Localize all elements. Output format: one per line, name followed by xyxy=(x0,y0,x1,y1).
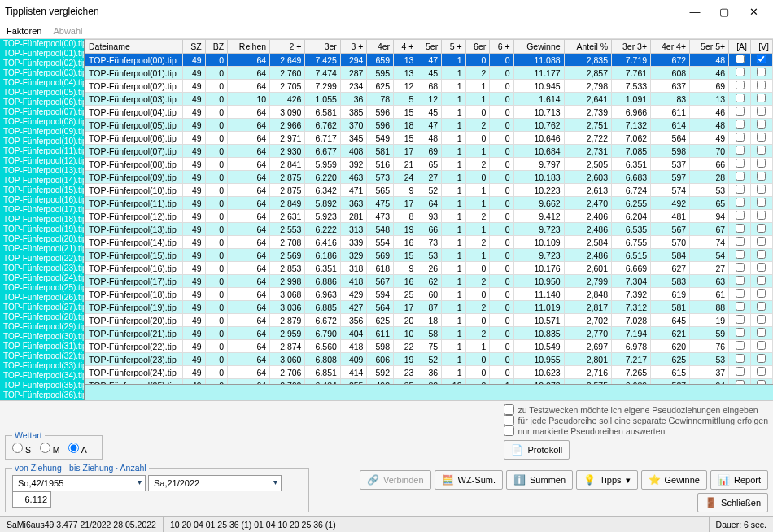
sidebar-item[interactable]: TOP-Fünferpool(07).tip xyxy=(0,107,84,117)
row-check-a[interactable] xyxy=(736,276,745,285)
column-header[interactable]: Gewinne xyxy=(513,40,564,54)
row-check-a[interactable] xyxy=(736,211,745,220)
sidebar-item[interactable]: TOP-Fünferpool(36).tip xyxy=(0,390,84,400)
column-header[interactable]: BZ xyxy=(205,40,228,54)
row-check-v[interactable] xyxy=(757,315,766,324)
sidebar-item[interactable]: TOP-Fünferpool(08).tip xyxy=(0,117,84,127)
table-row[interactable]: TOP-Fünferpool(16).tip490642.8536.351318… xyxy=(85,262,773,275)
sidebar-item[interactable]: TOP-Fünferpool(24).tip xyxy=(0,273,84,283)
table-row[interactable]: TOP-Fünferpool(13).tip490642.5536.222313… xyxy=(85,223,773,236)
menu-faktoren[interactable]: Faktoren xyxy=(7,26,41,36)
gewinne-button[interactable]: ⭐Gewinne xyxy=(641,470,707,490)
table-row[interactable]: TOP-Fünferpool(08).tip490642.8415.959392… xyxy=(85,158,773,171)
row-check-a[interactable] xyxy=(736,237,745,246)
row-check-v[interactable] xyxy=(757,94,766,102)
row-check-v[interactable] xyxy=(757,380,766,384)
sidebar-item[interactable]: TOP-Fünferpool(31).tip xyxy=(0,342,84,351)
row-check-v[interactable] xyxy=(757,185,766,194)
wettart-s[interactable] xyxy=(12,443,23,453)
wettart-a[interactable] xyxy=(68,443,79,453)
row-check-v[interactable] xyxy=(757,276,766,285)
row-check-v[interactable] xyxy=(757,133,766,142)
sidebar-file-list[interactable]: TOP-Fünferpool(00).tipTOP-Fünferpool(01)… xyxy=(0,39,85,400)
sidebar-item[interactable]: TOP-Fünferpool(11).tip xyxy=(0,146,84,156)
close-button[interactable]: ✕ xyxy=(739,2,768,21)
sidebar-item[interactable]: TOP-Fünferpool(28).tip xyxy=(0,312,84,322)
row-check-a[interactable] xyxy=(736,133,745,142)
sidebar-item[interactable]: TOP-Fünferpool(14).tip xyxy=(0,176,84,185)
sidebar-item[interactable]: TOP-Fünferpool(01).tip xyxy=(0,49,84,59)
row-check-v[interactable] xyxy=(757,107,766,116)
ziehung-to[interactable] xyxy=(148,475,282,491)
row-check-a[interactable] xyxy=(736,367,745,376)
table-row[interactable]: TOP-Fünferpool(19).tip490643.0366.885427… xyxy=(85,301,773,314)
row-check-v[interactable] xyxy=(757,172,766,181)
table-row[interactable]: TOP-Fünferpool(01).tip490642.7607.474287… xyxy=(85,67,773,80)
table-row[interactable]: TOP-Fünferpool(15).tip490642.5696.186329… xyxy=(85,249,773,262)
sidebar-item[interactable]: TOP-Fünferpool(16).tip xyxy=(0,195,84,205)
row-check-v[interactable] xyxy=(757,237,766,246)
sidebar-item[interactable]: TOP-Fünferpool(21).tip xyxy=(0,244,84,254)
row-check-v[interactable] xyxy=(757,250,766,259)
opt-markierte[interactable] xyxy=(504,425,514,436)
sidebar-item[interactable]: TOP-Fünferpool(09).tip xyxy=(0,127,84,137)
column-header[interactable]: 5 + xyxy=(442,40,465,54)
table-row[interactable]: TOP-Fünferpool(06).tip490642.9716.717345… xyxy=(85,132,773,145)
row-check-a[interactable] xyxy=(736,159,745,168)
sidebar-item[interactable]: TOP-Fünferpool(29).tip xyxy=(0,322,84,332)
table-row[interactable]: TOP-Fünferpool(09).tip490642.8756.220463… xyxy=(85,171,773,184)
sidebar-item[interactable]: TOP-Fünferpool(04).tip xyxy=(0,78,84,88)
row-check-a[interactable] xyxy=(736,107,745,116)
wzsum-button[interactable]: 🧮WZ-Sum. xyxy=(435,470,503,490)
column-header[interactable]: 3er 3+ xyxy=(612,40,651,54)
row-check-v[interactable] xyxy=(757,159,766,168)
sidebar-item[interactable]: TOP-Fünferpool(32).tip xyxy=(0,351,84,361)
column-header[interactable]: 3 + xyxy=(340,40,367,54)
column-header[interactable]: SZ xyxy=(183,40,206,54)
row-check-a[interactable] xyxy=(736,289,745,298)
row-check-v[interactable] xyxy=(757,198,766,207)
row-check-v[interactable] xyxy=(757,341,766,350)
column-header[interactable]: Reihen xyxy=(228,40,270,54)
row-check-v[interactable] xyxy=(757,55,766,63)
table-row[interactable]: TOP-Fünferpool(20).tip490642.8796.672356… xyxy=(85,314,773,327)
data-grid[interactable]: DateinameSZBZReihen2 +3er3 +4er4 +5er5 +… xyxy=(85,39,773,384)
opt-separate[interactable] xyxy=(504,415,514,425)
table-row[interactable]: TOP-Fünferpool(14).tip490642.7086.416339… xyxy=(85,236,773,249)
table-row[interactable]: TOP-Fünferpool(05).tip490642.9666.762370… xyxy=(85,119,773,132)
wettart-m[interactable] xyxy=(40,443,50,453)
tipps-button[interactable]: 💡Tipps ▾ xyxy=(576,470,638,490)
sidebar-item[interactable]: TOP-Fünferpool(33).tip xyxy=(0,361,84,371)
ziehung-from[interactable] xyxy=(12,475,146,491)
column-header[interactable]: Anteil % xyxy=(564,40,611,54)
row-check-v[interactable] xyxy=(757,211,766,220)
column-header[interactable]: 6 + xyxy=(490,40,513,54)
table-row[interactable]: TOP-Fünferpool(24).tip490642.7066.851414… xyxy=(85,366,773,379)
column-header[interactable]: Dateiname xyxy=(85,40,183,54)
column-header[interactable]: 4 + xyxy=(394,40,417,54)
row-check-a[interactable] xyxy=(736,94,745,102)
sidebar-item[interactable]: TOP-Fünferpool(03).tip xyxy=(0,68,84,78)
table-row[interactable]: TOP-Fünferpool(03).tip490104261.05536785… xyxy=(85,93,773,106)
row-check-v[interactable] xyxy=(757,289,766,298)
row-check-v[interactable] xyxy=(757,302,766,311)
sidebar-item[interactable]: TOP-Fünferpool(17).tip xyxy=(0,205,84,215)
row-check-v[interactable] xyxy=(757,367,766,376)
row-check-v[interactable] xyxy=(757,328,766,337)
column-header[interactable]: [V] xyxy=(750,40,772,54)
sidebar-item[interactable]: TOP-Fünferpool(05).tip xyxy=(0,88,84,98)
table-row[interactable]: TOP-Fünferpool(22).tip490642.8746.560418… xyxy=(85,340,773,353)
report-button[interactable]: 📊Report xyxy=(710,470,768,490)
sidebar-item[interactable]: TOP-Fünferpool(15).tip xyxy=(0,185,84,195)
column-header[interactable]: 4er 4+ xyxy=(651,40,690,54)
row-check-a[interactable] xyxy=(736,328,745,337)
sidebar-item[interactable]: TOP-Fünferpool(12).tip xyxy=(0,156,84,166)
column-header[interactable]: 6er xyxy=(465,40,490,54)
table-row[interactable]: TOP-Fünferpool(17).tip490642.9986.886418… xyxy=(85,275,773,288)
column-header[interactable]: 3er xyxy=(305,40,340,54)
row-check-a[interactable] xyxy=(736,172,745,181)
minimize-button[interactable]: — xyxy=(680,2,710,21)
column-header[interactable]: 5er 5+ xyxy=(690,40,729,54)
row-check-a[interactable] xyxy=(736,263,745,272)
table-row[interactable]: TOP-Fünferpool(12).tip490642.6315.923281… xyxy=(85,210,773,223)
